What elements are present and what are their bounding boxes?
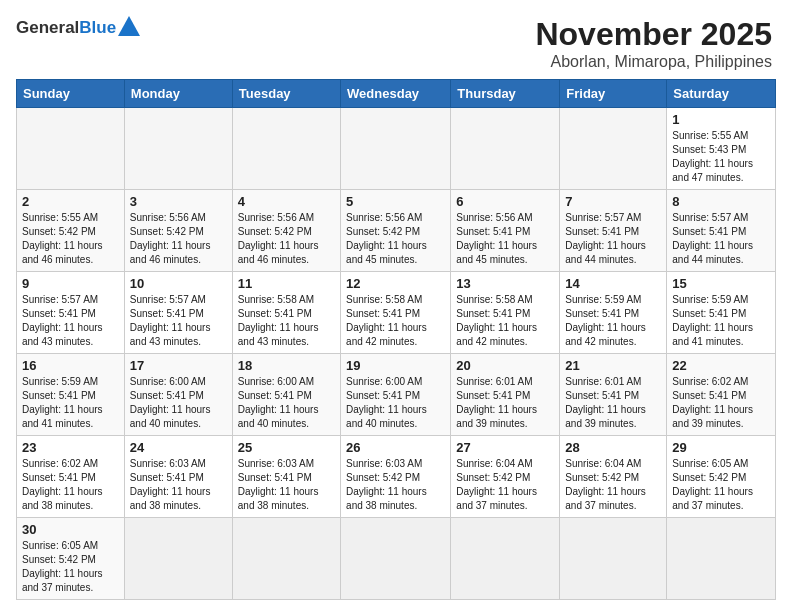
calendar-cell [232,518,340,600]
calendar-cell: 28Sunrise: 6:04 AM Sunset: 5:42 PM Dayli… [560,436,667,518]
day-number: 2 [22,194,119,209]
calendar-week-row: 2Sunrise: 5:55 AM Sunset: 5:42 PM Daylig… [17,190,776,272]
calendar-cell: 1Sunrise: 5:55 AM Sunset: 5:43 PM Daylig… [667,108,776,190]
day-info: Sunrise: 5:57 AM Sunset: 5:41 PM Dayligh… [565,211,661,267]
day-number: 22 [672,358,770,373]
day-info: Sunrise: 6:04 AM Sunset: 5:42 PM Dayligh… [565,457,661,513]
calendar-cell: 14Sunrise: 5:59 AM Sunset: 5:41 PM Dayli… [560,272,667,354]
calendar-week-row: 30Sunrise: 6:05 AM Sunset: 5:42 PM Dayli… [17,518,776,600]
calendar-cell: 3Sunrise: 5:56 AM Sunset: 5:42 PM Daylig… [124,190,232,272]
weekday-header-tuesday: Tuesday [232,80,340,108]
day-number: 3 [130,194,227,209]
calendar-cell: 25Sunrise: 6:03 AM Sunset: 5:41 PM Dayli… [232,436,340,518]
calendar-cell: 15Sunrise: 5:59 AM Sunset: 5:41 PM Dayli… [667,272,776,354]
weekday-header-friday: Friday [560,80,667,108]
calendar-cell: 16Sunrise: 5:59 AM Sunset: 5:41 PM Dayli… [17,354,125,436]
calendar-cell: 26Sunrise: 6:03 AM Sunset: 5:42 PM Dayli… [341,436,451,518]
calendar-cell: 21Sunrise: 6:01 AM Sunset: 5:41 PM Dayli… [560,354,667,436]
day-number: 16 [22,358,119,373]
calendar-cell: 11Sunrise: 5:58 AM Sunset: 5:41 PM Dayli… [232,272,340,354]
day-info: Sunrise: 5:58 AM Sunset: 5:41 PM Dayligh… [456,293,554,349]
day-info: Sunrise: 6:00 AM Sunset: 5:41 PM Dayligh… [238,375,335,431]
calendar-cell [341,108,451,190]
calendar-cell: 8Sunrise: 5:57 AM Sunset: 5:41 PM Daylig… [667,190,776,272]
calendar-cell [232,108,340,190]
day-number: 20 [456,358,554,373]
day-number: 24 [130,440,227,455]
calendar-cell: 6Sunrise: 5:56 AM Sunset: 5:41 PM Daylig… [451,190,560,272]
logo: GeneralBlue [16,16,140,40]
day-number: 10 [130,276,227,291]
day-number: 29 [672,440,770,455]
day-number: 6 [456,194,554,209]
calendar-cell: 17Sunrise: 6:00 AM Sunset: 5:41 PM Dayli… [124,354,232,436]
calendar-cell: 19Sunrise: 6:00 AM Sunset: 5:41 PM Dayli… [341,354,451,436]
day-number: 4 [238,194,335,209]
day-number: 9 [22,276,119,291]
calendar-cell [560,108,667,190]
calendar-cell: 13Sunrise: 5:58 AM Sunset: 5:41 PM Dayli… [451,272,560,354]
day-info: Sunrise: 6:05 AM Sunset: 5:42 PM Dayligh… [22,539,119,595]
calendar-cell: 22Sunrise: 6:02 AM Sunset: 5:41 PM Dayli… [667,354,776,436]
calendar-cell: 18Sunrise: 6:00 AM Sunset: 5:41 PM Dayli… [232,354,340,436]
calendar-week-row: 1Sunrise: 5:55 AM Sunset: 5:43 PM Daylig… [17,108,776,190]
calendar-cell: 27Sunrise: 6:04 AM Sunset: 5:42 PM Dayli… [451,436,560,518]
calendar-cell [451,108,560,190]
day-number: 30 [22,522,119,537]
calendar-cell [124,518,232,600]
day-number: 1 [672,112,770,127]
calendar-cell: 7Sunrise: 5:57 AM Sunset: 5:41 PM Daylig… [560,190,667,272]
calendar-cell: 2Sunrise: 5:55 AM Sunset: 5:42 PM Daylig… [17,190,125,272]
calendar-cell: 10Sunrise: 5:57 AM Sunset: 5:41 PM Dayli… [124,272,232,354]
day-number: 27 [456,440,554,455]
weekday-header-sunday: Sunday [17,80,125,108]
calendar-cell [124,108,232,190]
day-info: Sunrise: 5:56 AM Sunset: 5:42 PM Dayligh… [130,211,227,267]
calendar-cell: 9Sunrise: 5:57 AM Sunset: 5:41 PM Daylig… [17,272,125,354]
calendar-cell: 29Sunrise: 6:05 AM Sunset: 5:42 PM Dayli… [667,436,776,518]
weekday-header-saturday: Saturday [667,80,776,108]
day-info: Sunrise: 5:55 AM Sunset: 5:43 PM Dayligh… [672,129,770,185]
calendar-cell: 5Sunrise: 5:56 AM Sunset: 5:42 PM Daylig… [341,190,451,272]
calendar-cell: 24Sunrise: 6:03 AM Sunset: 5:41 PM Dayli… [124,436,232,518]
day-number: 15 [672,276,770,291]
day-info: Sunrise: 5:57 AM Sunset: 5:41 PM Dayligh… [22,293,119,349]
day-info: Sunrise: 5:56 AM Sunset: 5:42 PM Dayligh… [238,211,335,267]
day-number: 25 [238,440,335,455]
calendar-table: SundayMondayTuesdayWednesdayThursdayFrid… [16,79,776,600]
calendar-cell [560,518,667,600]
day-number: 14 [565,276,661,291]
weekday-header-row: SundayMondayTuesdayWednesdayThursdayFrid… [17,80,776,108]
day-number: 8 [672,194,770,209]
day-info: Sunrise: 5:59 AM Sunset: 5:41 PM Dayligh… [22,375,119,431]
calendar-week-row: 23Sunrise: 6:02 AM Sunset: 5:41 PM Dayli… [17,436,776,518]
page-subtitle: Aborlan, Mimaropa, Philippines [16,53,772,71]
day-info: Sunrise: 6:03 AM Sunset: 5:42 PM Dayligh… [346,457,445,513]
day-info: Sunrise: 6:00 AM Sunset: 5:41 PM Dayligh… [346,375,445,431]
day-number: 23 [22,440,119,455]
day-info: Sunrise: 5:59 AM Sunset: 5:41 PM Dayligh… [565,293,661,349]
day-number: 21 [565,358,661,373]
day-number: 26 [346,440,445,455]
day-info: Sunrise: 6:01 AM Sunset: 5:41 PM Dayligh… [565,375,661,431]
day-info: Sunrise: 5:57 AM Sunset: 5:41 PM Dayligh… [130,293,227,349]
day-info: Sunrise: 6:00 AM Sunset: 5:41 PM Dayligh… [130,375,227,431]
day-info: Sunrise: 6:03 AM Sunset: 5:41 PM Dayligh… [238,457,335,513]
calendar-cell [667,518,776,600]
day-info: Sunrise: 6:02 AM Sunset: 5:41 PM Dayligh… [22,457,119,513]
day-info: Sunrise: 5:59 AM Sunset: 5:41 PM Dayligh… [672,293,770,349]
logo-blue-text: Blue [79,18,116,38]
weekday-header-thursday: Thursday [451,80,560,108]
day-number: 12 [346,276,445,291]
top-area: GeneralBlue November 2025 Aborlan, Mimar… [16,16,776,71]
day-info: Sunrise: 5:58 AM Sunset: 5:41 PM Dayligh… [346,293,445,349]
calendar-cell: 12Sunrise: 5:58 AM Sunset: 5:41 PM Dayli… [341,272,451,354]
logo-general-text: General [16,18,79,38]
day-number: 18 [238,358,335,373]
day-info: Sunrise: 5:56 AM Sunset: 5:41 PM Dayligh… [456,211,554,267]
calendar-cell: 4Sunrise: 5:56 AM Sunset: 5:42 PM Daylig… [232,190,340,272]
day-number: 7 [565,194,661,209]
svg-marker-0 [118,16,140,36]
day-info: Sunrise: 5:55 AM Sunset: 5:42 PM Dayligh… [22,211,119,267]
day-info: Sunrise: 6:05 AM Sunset: 5:42 PM Dayligh… [672,457,770,513]
